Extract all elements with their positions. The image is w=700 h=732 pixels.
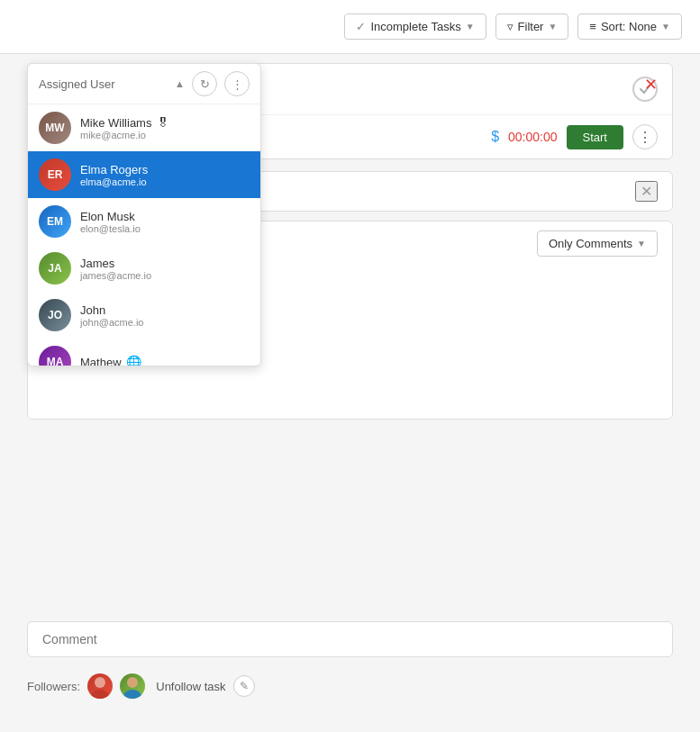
user-info: Mathew 🌐 bbox=[80, 355, 141, 366]
filter-label: Filter bbox=[518, 20, 544, 33]
follower-avatar-2 bbox=[120, 673, 145, 699]
sort-icon: ≡ bbox=[589, 20, 596, 33]
incomplete-tasks-button[interactable]: ✓ Incomplete Tasks ▼ bbox=[344, 14, 486, 40]
chevron-down-icon-2: ▼ bbox=[548, 22, 557, 32]
comment-input[interactable] bbox=[42, 632, 658, 646]
chevron-down-icon: ▼ bbox=[466, 22, 475, 32]
user-info: James james@acme.io bbox=[80, 257, 151, 281]
check-circle-icon: ✓ bbox=[356, 20, 366, 33]
user-avatar: EM bbox=[39, 205, 71, 238]
close-button[interactable]: ✕ bbox=[639, 73, 663, 96]
top-toolbar: ✓ Incomplete Tasks ▼ ▿ Filter ▼ ≡ Sort: … bbox=[0, 0, 700, 54]
user-info: Elma Rogers elma@acme.io bbox=[80, 163, 148, 187]
start-button[interactable]: Start bbox=[567, 125, 623, 149]
chevron-down-icon-3: ▼ bbox=[661, 22, 670, 32]
tag-section-close-button[interactable]: ✕ bbox=[635, 181, 658, 202]
dropdown-list: MW Mike Williams 🎖 mike@acme.io ER Elma … bbox=[28, 104, 260, 366]
dropdown-header-icons: ▲ ↻ ⋮ bbox=[175, 71, 250, 96]
dropdown-item[interactable]: MW Mike Williams 🎖 mike@acme.io bbox=[28, 104, 260, 151]
user-name: Elon Musk bbox=[80, 210, 141, 223]
user-email: john@acme.io bbox=[80, 317, 143, 328]
svg-point-1 bbox=[91, 690, 109, 699]
only-comments-button[interactable]: Only Comments ▼ bbox=[537, 230, 658, 257]
refresh-button[interactable]: ↻ bbox=[192, 71, 217, 96]
sort-button[interactable]: ≡ Sort: None ▼ bbox=[577, 14, 682, 40]
user-info: Elon Musk elon@tesla.io bbox=[80, 210, 141, 234]
incomplete-tasks-label: Incomplete Tasks bbox=[370, 20, 460, 33]
timer-display: 00:00:00 bbox=[508, 130, 558, 144]
user-avatar: JA bbox=[39, 252, 71, 285]
dropdown-header: Assigned User ▲ ↻ ⋮ bbox=[28, 64, 260, 104]
user-email: elon@tesla.io bbox=[80, 223, 141, 234]
sort-label: Sort: None bbox=[601, 20, 657, 33]
user-email: mike@acme.io bbox=[80, 130, 169, 140]
user-info: John john@acme.io bbox=[80, 303, 143, 328]
dollar-icon: $ bbox=[491, 129, 499, 145]
user-avatar: MW bbox=[39, 112, 71, 144]
user-initials: EM bbox=[47, 215, 63, 228]
followers-row: Followers: Unfollow task ✎ bbox=[27, 666, 673, 706]
unfollow-task-label: Unfollow task bbox=[156, 680, 225, 693]
user-initials: JO bbox=[48, 309, 62, 321]
user-email: james@acme.io bbox=[80, 270, 151, 281]
followers-label: Followers: bbox=[27, 680, 80, 693]
only-comments-label: Only Comments bbox=[549, 237, 632, 250]
edit-followers-button[interactable]: ✎ bbox=[233, 675, 255, 697]
svg-point-0 bbox=[95, 677, 105, 688]
dropdown-item[interactable]: ER Elma Rogers elma@acme.io bbox=[28, 151, 260, 198]
assigned-user-dropdown: Assigned User ▲ ↻ ⋮ MW Mike Williams 🎖 m… bbox=[27, 63, 261, 366]
follower-avatar-1 bbox=[87, 673, 113, 699]
user-avatar: MA bbox=[39, 346, 71, 366]
chevron-up-icon[interactable]: ▲ bbox=[175, 78, 185, 89]
user-name: Elma Rogers bbox=[80, 163, 148, 176]
more-options-dropdown-button[interactable]: ⋮ bbox=[224, 71, 250, 96]
user-name: John bbox=[80, 303, 143, 317]
filter-button[interactable]: ▿ Filter ▼ bbox=[495, 14, 569, 40]
assigned-user-label: Assigned User bbox=[39, 77, 175, 91]
user-initials: MW bbox=[45, 122, 64, 134]
user-email: elma@acme.io bbox=[80, 176, 148, 187]
user-initials: MA bbox=[47, 356, 64, 366]
user-avatar: ER bbox=[39, 158, 71, 191]
user-info: Mike Williams 🎖 mike@acme.io bbox=[80, 115, 169, 140]
comment-input-area bbox=[27, 621, 673, 657]
svg-point-2 bbox=[127, 677, 138, 688]
dropdown-item[interactable]: EM Elon Musk elon@tesla.io bbox=[28, 198, 260, 245]
dropdown-item[interactable]: JA James james@acme.io bbox=[28, 245, 260, 292]
user-name: James bbox=[80, 257, 151, 270]
user-initials: JA bbox=[48, 262, 61, 275]
more-options-button[interactable]: ⋮ bbox=[632, 124, 658, 149]
chevron-down-icon-4: ▼ bbox=[637, 239, 646, 249]
dropdown-item[interactable]: JO John john@acme.io bbox=[28, 292, 260, 339]
user-name: Mike Williams 🎖 bbox=[80, 115, 169, 130]
user-avatar: JO bbox=[39, 299, 71, 331]
filter-icon: ▿ bbox=[507, 20, 514, 33]
user-name: Mathew 🌐 bbox=[80, 355, 141, 366]
dropdown-item[interactable]: MA Mathew 🌐 bbox=[28, 339, 260, 366]
user-initials: ER bbox=[48, 168, 63, 181]
svg-point-3 bbox=[123, 690, 141, 699]
